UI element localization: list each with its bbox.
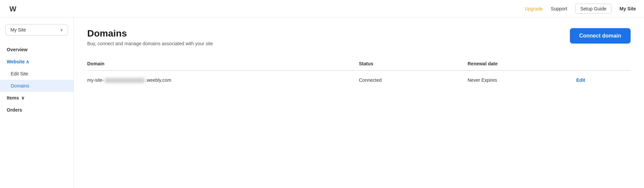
page-subtitle: Buy, connect and manage domains associat…: [87, 41, 213, 46]
main-content: Domains Buy, connect and manage domains …: [74, 17, 644, 188]
renewal-date-cell: Never Expires: [468, 71, 576, 90]
domain-prefix: my-site-: [87, 77, 104, 83]
top-nav-links: Upgrade Support Setup Guide My Site: [525, 4, 636, 14]
chevron-up-icon: ∧: [26, 59, 29, 64]
domains-table: Domain Status Renewal date my-site- .wee…: [87, 57, 631, 89]
sidebar-items-label: Items: [7, 95, 19, 101]
action-cell: Edit: [576, 71, 631, 90]
main-layout: My Site ∨ Overview Website ∧ Edit Site D…: [0, 17, 644, 188]
page-header: Domains Buy, connect and manage domains …: [87, 28, 631, 46]
status-cell: Connected: [359, 71, 468, 90]
domain-blurred: [105, 78, 145, 83]
sidebar-item-edit-site[interactable]: Edit Site: [0, 68, 73, 80]
sidebar-item-items[interactable]: Items ∨: [0, 92, 73, 104]
domain-cell: my-site- .weebly.com: [87, 71, 359, 90]
column-header-action: [576, 57, 631, 71]
table-row: my-site- .weebly.com Connected Never Exp…: [87, 71, 631, 90]
page-title-section: Domains Buy, connect and manage domains …: [87, 28, 213, 46]
column-header-renewal-date: Renewal date: [468, 57, 576, 71]
sidebar-item-domains[interactable]: Domains: [0, 80, 73, 92]
weebly-logo: W: [8, 3, 19, 14]
sidebar-item-website[interactable]: Website ∧: [0, 56, 73, 68]
domain-suffix: .weebly.com: [146, 77, 171, 83]
connect-domain-button[interactable]: Connect domain: [570, 28, 631, 44]
sidebar: My Site ∨ Overview Website ∧ Edit Site D…: [0, 17, 74, 188]
site-selector[interactable]: My Site ∨: [5, 24, 68, 36]
page-title: Domains: [87, 28, 213, 39]
my-site-link[interactable]: My Site: [620, 6, 636, 11]
support-link[interactable]: Support: [551, 6, 567, 11]
chevron-down-icon: ∨: [60, 27, 63, 32]
setup-guide-link[interactable]: Setup Guide: [575, 4, 611, 14]
svg-text:W: W: [9, 5, 16, 13]
sidebar-website-label: Website: [7, 59, 24, 64]
sidebar-item-orders[interactable]: Orders: [0, 104, 73, 116]
site-selector-label: My Site: [10, 27, 26, 33]
sidebar-item-overview[interactable]: Overview: [0, 44, 73, 56]
upgrade-link[interactable]: Upgrade: [525, 6, 543, 11]
table-header-row: Domain Status Renewal date: [87, 57, 631, 71]
top-navigation: W Upgrade Support Setup Guide My Site: [0, 0, 644, 17]
column-header-status: Status: [359, 57, 468, 71]
column-header-domain: Domain: [87, 57, 359, 71]
edit-link[interactable]: Edit: [576, 77, 585, 83]
chevron-down-icon: ∨: [21, 95, 24, 101]
